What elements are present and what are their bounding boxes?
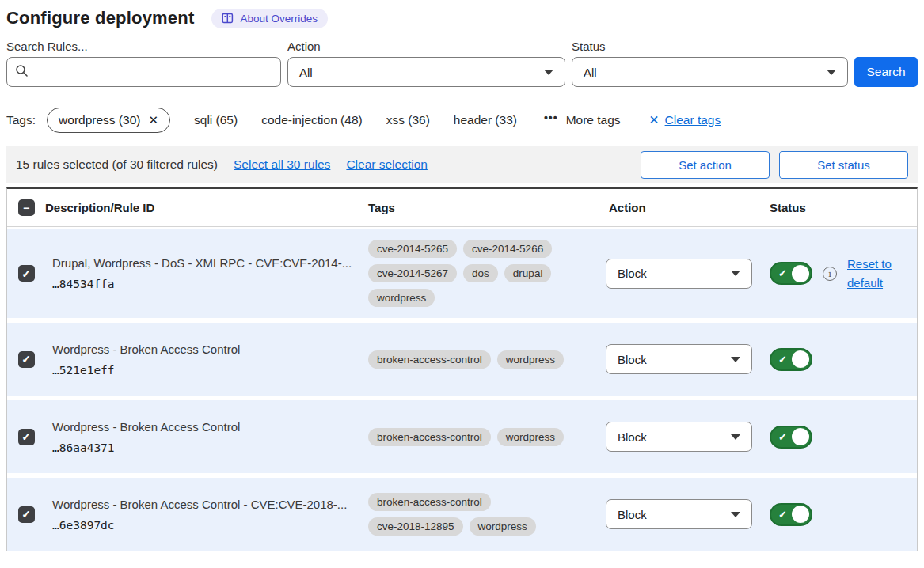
toggle-knob bbox=[792, 265, 809, 282]
rule-tags: broken-access-controlwordpress bbox=[368, 350, 576, 369]
more-tags-button[interactable]: ••• More tags bbox=[544, 113, 621, 127]
row-checkbox[interactable]: ✓ bbox=[18, 351, 35, 368]
info-icon: i bbox=[823, 267, 837, 281]
about-overrides-badge[interactable]: About Overrides bbox=[211, 9, 328, 28]
tag-pill: dos bbox=[463, 264, 498, 282]
more-tags-label: More tags bbox=[566, 113, 621, 127]
close-icon: ✕ bbox=[649, 113, 660, 127]
rule-action-value: Block bbox=[618, 508, 647, 521]
tag-pill: cve-2014-5265 bbox=[368, 240, 457, 258]
row-checkbox[interactable]: ✓ bbox=[18, 265, 35, 282]
status-filter-select[interactable]: All bbox=[572, 57, 848, 87]
check-icon: ✓ bbox=[778, 432, 787, 442]
check-icon: ✓ bbox=[778, 509, 787, 520]
tag-header[interactable]: header (33) bbox=[454, 113, 517, 127]
search-button[interactable]: Search bbox=[854, 57, 918, 87]
check-icon: ✓ bbox=[21, 509, 31, 520]
select-all-checkbox[interactable]: − bbox=[18, 199, 35, 216]
chevron-down-icon bbox=[731, 271, 740, 276]
rule-id: …84534ffa bbox=[52, 278, 368, 290]
status-toggle[interactable]: ✓ bbox=[770, 426, 812, 449]
row-checkbox[interactable]: ✓ bbox=[18, 429, 35, 445]
tag-pill: wordpress bbox=[497, 428, 564, 446]
tag-code-injection[interactable]: code-injection (48) bbox=[261, 113, 363, 127]
search-icon bbox=[15, 64, 29, 81]
status-toggle[interactable]: ✓ bbox=[770, 262, 812, 285]
tag-pill: wordpress bbox=[368, 289, 435, 307]
rule-description: Wordpress - Broken Access Control bbox=[52, 343, 368, 356]
status-filter-label: Status bbox=[572, 40, 848, 53]
check-icon: ✓ bbox=[21, 431, 31, 442]
clear-tags-label: Clear tags bbox=[665, 113, 721, 127]
action-filter-value: All bbox=[299, 66, 313, 79]
chevron-down-icon bbox=[731, 512, 740, 517]
tag-pill: wordpress bbox=[470, 517, 536, 536]
rule-action-value: Block bbox=[618, 267, 647, 280]
tag-pill: drupal bbox=[504, 264, 552, 282]
status-toggle[interactable]: ✓ bbox=[770, 503, 812, 526]
table-row: ✓ Wordpress - Broken Access Control - CV… bbox=[7, 478, 917, 551]
book-icon bbox=[222, 13, 234, 24]
table-row: ✓ Drupal, Wordpress - DoS - XMLRPC - CVE… bbox=[7, 229, 917, 318]
tag-pill: wordpress bbox=[497, 350, 564, 369]
column-header-status: Status bbox=[764, 201, 917, 214]
rule-action-select[interactable]: Block bbox=[606, 259, 752, 289]
tag-sqli[interactable]: sqli (65) bbox=[194, 113, 238, 127]
check-icon: ✓ bbox=[778, 268, 787, 278]
rule-tags: cve-2014-5265cve-2014-5266cve-2014-5267d… bbox=[368, 240, 576, 307]
rule-tags: broken-access-controlwordpress bbox=[368, 428, 576, 446]
rule-description: Wordpress - Broken Access Control - CVE:… bbox=[52, 498, 368, 511]
tag-pill: cve-2014-5266 bbox=[463, 240, 552, 258]
check-icon: ✓ bbox=[778, 354, 787, 365]
rule-description: Wordpress - Broken Access Control bbox=[52, 420, 368, 434]
clear-tags-link[interactable]: ✕ Clear tags bbox=[649, 113, 721, 127]
table-body: ✓ Drupal, Wordpress - DoS - XMLRPC - CVE… bbox=[7, 229, 917, 551]
search-rules-box bbox=[6, 57, 281, 87]
rule-description: Drupal, Wordpress - DoS - XMLRPC - CVE:C… bbox=[52, 256, 368, 270]
tag-xss[interactable]: xss (36) bbox=[386, 113, 430, 127]
rule-action-select[interactable]: Block bbox=[606, 422, 752, 452]
column-header-tags: Tags bbox=[368, 201, 606, 214]
rule-action-select[interactable]: Block bbox=[606, 344, 752, 374]
rule-tags: broken-access-controlcve-2018-12895wordp… bbox=[368, 493, 576, 536]
action-filter-label: Action bbox=[287, 40, 565, 53]
configure-deployment-page: Configure deployment About Overrides Sea… bbox=[0, 0, 924, 551]
rule-action-value: Block bbox=[618, 353, 647, 366]
chevron-down-icon bbox=[731, 434, 740, 440]
check-icon: ✓ bbox=[21, 354, 31, 365]
tag-pill: cve-2014-5267 bbox=[368, 264, 457, 282]
set-status-button[interactable]: Set status bbox=[779, 151, 908, 179]
set-action-button[interactable]: Set action bbox=[641, 151, 770, 179]
clear-selection-link[interactable]: Clear selection bbox=[346, 157, 428, 172]
table-row: ✓ Wordpress - Broken Access Control …86a… bbox=[7, 400, 917, 473]
selected-tag-label: wordpress (30) bbox=[59, 113, 140, 127]
tag-pill: broken-access-control bbox=[368, 428, 491, 446]
tag-pill: broken-access-control bbox=[368, 350, 491, 369]
table-row: ✓ Wordpress - Broken Access Control …521… bbox=[7, 323, 917, 396]
check-icon: ✓ bbox=[21, 268, 31, 279]
tag-pill: broken-access-control bbox=[368, 493, 491, 511]
column-header-description: Description/Rule ID bbox=[45, 201, 368, 214]
action-filter-select[interactable]: All bbox=[287, 57, 565, 87]
table-header-row: − Description/Rule ID Tags Action Status bbox=[7, 189, 917, 227]
select-all-rules-link[interactable]: Select all 30 rules bbox=[234, 157, 330, 172]
indeterminate-icon: − bbox=[23, 203, 29, 214]
rule-id: …521e1eff bbox=[52, 364, 368, 377]
toggle-knob bbox=[792, 350, 809, 368]
toggle-knob bbox=[792, 428, 809, 445]
rule-action-select[interactable]: Block bbox=[606, 499, 752, 529]
rule-id: …86aa4371 bbox=[52, 441, 368, 454]
chevron-down-icon bbox=[827, 70, 836, 75]
status-filter-value: All bbox=[584, 66, 597, 79]
status-toggle[interactable]: ✓ bbox=[770, 348, 812, 371]
selection-bar: 15 rules selected (of 30 filtered rules)… bbox=[6, 146, 918, 183]
chevron-down-icon bbox=[544, 70, 553, 75]
filters-bar: Search Rules... Action All Status All Se… bbox=[6, 40, 918, 87]
row-checkbox[interactable]: ✓ bbox=[18, 506, 35, 523]
reset-to-default-link[interactable]: Reset to default bbox=[847, 255, 899, 292]
selected-tag-chip-wordpress[interactable]: wordpress (30) ✕ bbox=[47, 108, 170, 133]
remove-tag-icon[interactable]: ✕ bbox=[148, 113, 158, 127]
search-rules-input[interactable] bbox=[35, 66, 272, 79]
tag-pill: cve-2018-12895 bbox=[368, 517, 463, 536]
rule-action-value: Block bbox=[618, 430, 647, 444]
